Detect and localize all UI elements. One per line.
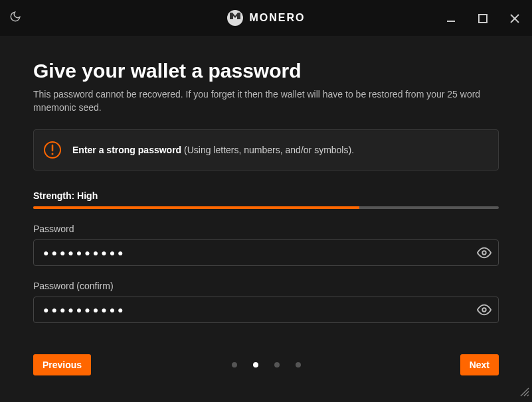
resize-handle[interactable] (520, 387, 529, 399)
close-icon (509, 13, 520, 24)
app-brand: MONERO (227, 10, 306, 26)
pager-dot-2[interactable] (253, 362, 258, 368)
wizard-footer: Previous Next (33, 354, 499, 375)
minimize-icon (446, 13, 456, 24)
strength-label: Strength: High (33, 190, 499, 201)
password-confirm-visibility-toggle[interactable] (475, 301, 493, 319)
theme-toggle[interactable] (9, 11, 21, 25)
monero-logo-icon (227, 10, 243, 26)
password-input[interactable] (33, 239, 499, 266)
svg-point-7 (52, 153, 54, 155)
moon-icon (9, 11, 21, 23)
eye-icon (477, 245, 491, 260)
maximize-button[interactable] (471, 7, 495, 31)
info-text-strong: Enter a strong password (72, 145, 181, 155)
password-label: Password (33, 224, 499, 234)
next-button[interactable]: Next (460, 354, 499, 375)
page-description: This password cannot be recovered. If yo… (33, 88, 499, 115)
info-text: Enter a strong password (Using letters, … (72, 145, 354, 155)
password-confirm-input[interactable] (33, 297, 499, 323)
titlebar: MONERO (0, 0, 532, 36)
password-visibility-toggle[interactable] (475, 243, 493, 262)
warning-icon (43, 141, 62, 159)
password-input-wrap (33, 239, 499, 266)
main-content: Give your wallet a password This passwor… (0, 36, 532, 323)
info-text-rest: (Using letters, numbers, and/or symbols)… (181, 145, 354, 155)
app-name: MONERO (250, 12, 306, 24)
strength-fill (33, 206, 359, 209)
maximize-icon (478, 14, 488, 23)
svg-rect-2 (479, 15, 487, 23)
resize-icon (520, 387, 529, 397)
eye-icon (477, 302, 491, 317)
previous-button[interactable]: Previous (33, 354, 91, 375)
strength-bar (33, 206, 499, 209)
pager-dots (232, 362, 301, 368)
password-confirm-input-wrap (33, 297, 499, 323)
svg-point-9 (482, 308, 486, 312)
page-title: Give your wallet a password (33, 60, 499, 82)
pager-dot-3[interactable] (274, 362, 280, 368)
info-box: Enter a strong password (Using letters, … (33, 129, 499, 170)
password-confirm-label: Password (confirm) (33, 281, 499, 291)
close-button[interactable] (503, 7, 527, 31)
minimize-button[interactable] (439, 7, 463, 31)
pager-dot-1[interactable] (232, 362, 237, 368)
pager-dot-4[interactable] (296, 362, 301, 368)
svg-point-8 (482, 251, 486, 255)
window-controls (439, 7, 527, 31)
